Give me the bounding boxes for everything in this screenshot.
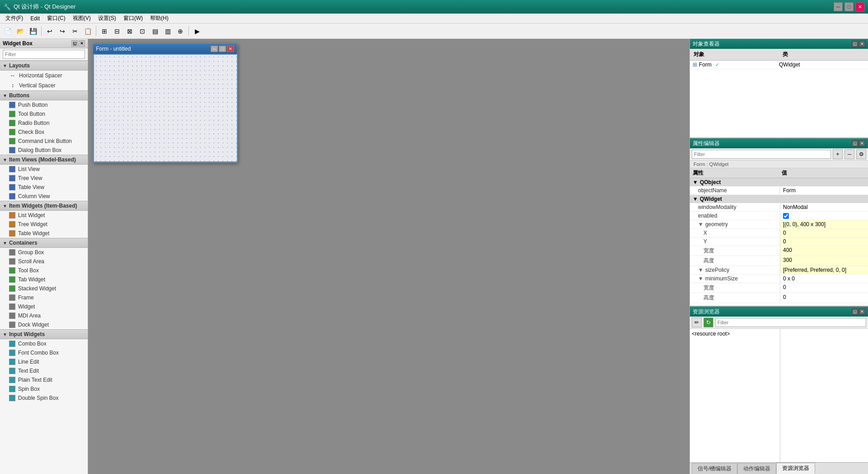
widget-item-text-edit[interactable]: Text Edit xyxy=(0,366,88,375)
widget-item-tab-widget[interactable]: Tab Widget xyxy=(0,275,88,284)
pe-group-qobject[interactable]: ▼ QObject xyxy=(690,178,868,186)
toolbar-save[interactable]: 💾 xyxy=(27,25,39,37)
rb-float-button[interactable]: ◱ xyxy=(852,308,858,315)
toolbar-preview[interactable]: ▶ xyxy=(191,25,203,37)
pe-row-minheight[interactable]: 高度 0 xyxy=(690,293,868,303)
enabled-checkbox[interactable] xyxy=(783,213,789,219)
pe-row-geometry[interactable]: ▼geometry [(0, 0), 400 x 300] xyxy=(690,220,868,229)
widget-item-double-spin-box[interactable]: Double Spin Box xyxy=(0,393,88,403)
menu-window2[interactable]: 窗口(W) xyxy=(120,14,146,24)
pe-row-width[interactable]: 宽度 400 xyxy=(690,246,868,256)
pe-float-button[interactable]: ◱ xyxy=(852,140,858,147)
pe-val-sizepolicy[interactable]: [Preferred, Preferred, 0, 0] xyxy=(780,266,868,274)
pe-val-minheight[interactable]: 0 xyxy=(780,293,868,303)
pe-row-minimumsize[interactable]: ▼minimumSize 0 x 0 xyxy=(690,275,868,283)
pe-row-windowmodality[interactable]: windowModality NonModal xyxy=(690,203,868,212)
pe-val-height[interactable]: 300 xyxy=(780,256,868,265)
toolbar-layout4[interactable]: ⊡ xyxy=(137,25,148,37)
minimumsize-expand[interactable]: ▼ xyxy=(698,275,703,282)
toolbar-copy[interactable]: 📋 xyxy=(82,25,94,37)
pe-group-qwidget[interactable]: ▼ QWidget xyxy=(690,195,868,203)
widget-item-dock-widget[interactable]: Dock Widget xyxy=(0,320,88,329)
pe-row-height[interactable]: 高度 300 xyxy=(690,256,868,266)
pe-val-minimumsize[interactable]: 0 x 0 xyxy=(780,275,868,283)
pe-val-width[interactable]: 400 xyxy=(780,246,868,256)
pe-val-enabled[interactable] xyxy=(780,212,868,220)
toolbar-cut[interactable]: ✂ xyxy=(69,25,81,37)
rb-refresh-button[interactable]: ↻ xyxy=(703,318,713,327)
widget-item-list-widget[interactable]: List Widget xyxy=(0,211,88,220)
widget-item-scroll-area[interactable]: Scroll Area xyxy=(0,257,88,266)
resource-filter-input[interactable] xyxy=(715,318,866,327)
widget-item-plain-text-edit[interactable]: Plain Text Edit xyxy=(0,375,88,384)
minimize-button[interactable]: ─ xyxy=(834,2,843,11)
widget-item-line-edit[interactable]: Line Edit xyxy=(0,357,88,366)
pe-row-minwidth[interactable]: 宽度 0 xyxy=(690,283,868,293)
pe-row-x[interactable]: X 0 xyxy=(690,229,868,237)
widget-item-command-link[interactable]: Command Link Button xyxy=(0,137,88,146)
tab-signal-slot[interactable]: 信号/槽编辑器 xyxy=(692,463,737,474)
pe-row-y[interactable]: Y 0 xyxy=(690,237,868,246)
widget-item-frame[interactable]: Frame xyxy=(0,293,88,302)
widget-item-list-view[interactable]: List View xyxy=(0,165,88,174)
category-layouts[interactable]: ▼ Layouts xyxy=(0,61,88,71)
widget-filter-input[interactable] xyxy=(3,50,85,59)
toolbar-layout5[interactable]: ▤ xyxy=(149,25,161,37)
canvas-area[interactable]: Form - untitled ─ □ ✕ xyxy=(88,39,689,474)
widget-item-mdi-area[interactable]: MDI Area xyxy=(0,311,88,320)
widget-item-table-widget[interactable]: Table Widget xyxy=(0,229,88,238)
widget-box-float[interactable]: ◱ xyxy=(71,40,78,47)
geometry-expand[interactable]: ▼ xyxy=(698,221,703,228)
pe-val-objectname[interactable]: Form xyxy=(780,186,868,194)
rb-header-controls[interactable]: ◱ ✕ xyxy=(852,308,865,315)
pe-add-button[interactable]: + xyxy=(833,149,843,159)
widget-item-dialog-button-box[interactable]: Dialog Button Box xyxy=(0,146,88,155)
form-canvas[interactable] xyxy=(93,54,238,162)
widget-item-font-combo-box[interactable]: Font Combo Box xyxy=(0,348,88,357)
property-filter-input[interactable] xyxy=(692,150,831,159)
pe-header-controls[interactable]: ◱ ✕ xyxy=(852,140,865,147)
widget-item-radio-button[interactable]: Radio Button xyxy=(0,118,88,128)
pe-remove-button[interactable]: ─ xyxy=(844,149,854,159)
toolbar-undo[interactable]: ↩ xyxy=(44,25,56,37)
menu-window1[interactable]: 窗口(C) xyxy=(43,14,69,24)
form-window[interactable]: Form - untitled ─ □ ✕ xyxy=(93,43,237,163)
category-item-views[interactable]: ▼ Item Views (Model-Based) xyxy=(0,155,88,165)
form-maximize-button[interactable]: □ xyxy=(219,46,226,52)
form-minimize-button[interactable]: ─ xyxy=(211,46,218,52)
form-window-controls[interactable]: ─ □ ✕ xyxy=(211,46,234,52)
pe-val-geometry[interactable]: [(0, 0), 400 x 300] xyxy=(780,220,868,228)
oi-header-controls[interactable]: ◱ ✕ xyxy=(852,41,865,47)
pe-config-button[interactable]: ⚙ xyxy=(856,149,866,159)
menu-view[interactable]: 视图(V) xyxy=(69,14,94,24)
title-bar-controls[interactable]: ─ □ ✕ xyxy=(834,2,864,11)
category-item-widgets[interactable]: ▼ Item Widgets (Item-Based) xyxy=(0,201,88,211)
toolbar-open[interactable]: 📂 xyxy=(14,25,26,37)
widget-item-tool-button[interactable]: Tool Button xyxy=(0,109,88,118)
toolbar-redo[interactable]: ↪ xyxy=(57,25,68,37)
widget-item-table-view[interactable]: Table View xyxy=(0,183,88,192)
toolbar-layout7[interactable]: ⊕ xyxy=(175,25,186,37)
oi-close-button[interactable]: ✕ xyxy=(859,41,865,47)
pe-close-button[interactable]: ✕ xyxy=(859,140,865,147)
menu-help[interactable]: 帮助(H) xyxy=(146,14,172,24)
oi-float-button[interactable]: ◱ xyxy=(852,41,858,47)
toolbar-layout2[interactable]: ⊟ xyxy=(111,25,123,37)
rb-edit-button[interactable]: ✏ xyxy=(692,318,702,327)
form-close-button[interactable]: ✕ xyxy=(227,46,234,52)
widget-box-header-controls[interactable]: ◱ ✕ xyxy=(71,40,85,47)
widget-item-widget[interactable]: Widget xyxy=(0,302,88,311)
toolbar-new[interactable]: 📄 xyxy=(2,25,14,37)
widget-item-column-view[interactable]: Column View xyxy=(0,192,88,201)
category-buttons[interactable]: ▼ Buttons xyxy=(0,90,88,100)
widget-item-push-button[interactable]: Push Button xyxy=(0,100,88,109)
widget-item-group-box[interactable]: Group Box xyxy=(0,248,88,257)
pe-val-minwidth[interactable]: 0 xyxy=(780,283,868,293)
pe-row-enabled[interactable]: enabled xyxy=(690,212,868,220)
rb-close-button[interactable]: ✕ xyxy=(859,308,865,315)
tab-action-editor[interactable]: 动作编辑器 xyxy=(737,463,776,474)
widget-item-tree-view[interactable]: Tree View xyxy=(0,174,88,183)
menu-edit[interactable]: Edit xyxy=(27,14,43,24)
toolbar-layout3[interactable]: ⊠ xyxy=(124,25,136,37)
widget-item-vspacer[interactable]: ↕ Vertical Spacer xyxy=(0,81,88,90)
